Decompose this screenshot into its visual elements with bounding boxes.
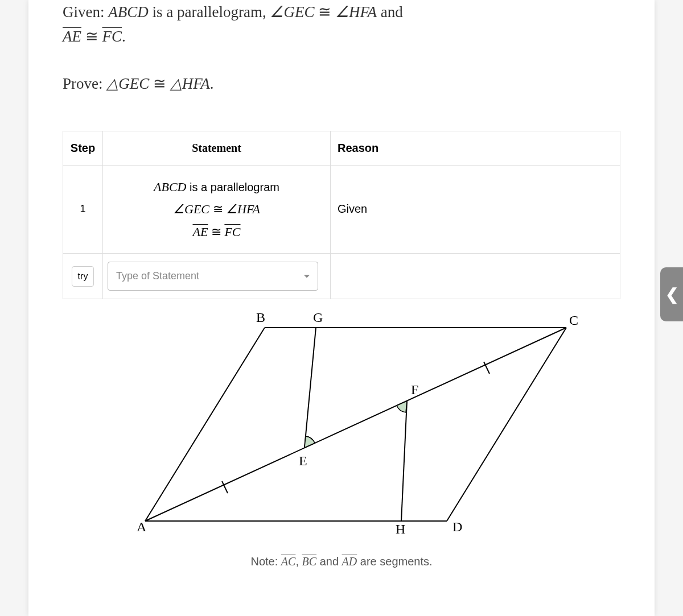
type-of-statement-dropdown[interactable]: Type of Statement bbox=[108, 262, 318, 291]
reason-cell: Given bbox=[331, 165, 620, 254]
prove-congruent: ≅ bbox=[149, 75, 170, 92]
try-button[interactable]: try bbox=[72, 266, 94, 287]
header-statement: Statement bbox=[103, 131, 331, 165]
given-abcd: ABCD bbox=[108, 3, 149, 20]
figure-note: Note: AC, BC and AD are segments. bbox=[63, 555, 620, 568]
svg-line-5 bbox=[305, 328, 316, 448]
label-b: B bbox=[256, 310, 265, 325]
label-g: G bbox=[313, 310, 323, 325]
header-step: Step bbox=[63, 131, 103, 165]
geometry-figure: A B C D E F G H Note: AC, BC and AD are … bbox=[63, 305, 620, 568]
given-statement: Given: ABCD is a parallelogram, ∠GEC ≅ ∠… bbox=[63, 0, 620, 49]
prove-statement: Prove: △GEC ≅ △HFA. bbox=[63, 72, 620, 96]
given-segment-fc: FC bbox=[102, 28, 122, 45]
label-h: H bbox=[396, 522, 405, 536]
given-and: and bbox=[377, 3, 403, 20]
header-reason: Reason bbox=[331, 131, 620, 165]
given-congruent-1: ≅ bbox=[314, 3, 335, 20]
given-congruent-2: ≅ bbox=[81, 28, 102, 45]
given-angle-hfa: ∠HFA bbox=[335, 3, 377, 20]
label-a: A bbox=[137, 519, 147, 534]
label-f: F bbox=[411, 382, 418, 397]
given-angle-gec: ∠GEC bbox=[270, 3, 314, 20]
chevron-down-icon bbox=[304, 275, 310, 278]
prove-triangle-hfa: △HFA bbox=[170, 75, 210, 92]
label-e: E bbox=[299, 453, 307, 468]
proof-table: Step Statement Reason 1 ABCD is a parall… bbox=[63, 131, 620, 300]
label-c: C bbox=[569, 313, 578, 328]
svg-line-6 bbox=[401, 401, 407, 521]
table-row: 1 ABCD is a parallelogram ∠GEC ≅ ∠HFA AE… bbox=[63, 165, 620, 254]
given-period: . bbox=[122, 28, 126, 45]
prove-prefix: Prove: bbox=[63, 75, 106, 92]
label-d: D bbox=[452, 519, 462, 534]
side-panel-tab[interactable]: ❮ bbox=[660, 267, 683, 321]
given-text1: is a parallelogram, bbox=[149, 3, 270, 20]
svg-line-4 bbox=[145, 328, 566, 521]
given-prefix: Given: bbox=[63, 3, 108, 20]
table-row: try Type of Statement bbox=[63, 254, 620, 299]
step-number: 1 bbox=[63, 165, 103, 254]
chevron-left-icon: ❮ bbox=[665, 285, 678, 304]
svg-line-0 bbox=[145, 328, 265, 521]
given-segment-ae: AE bbox=[63, 28, 81, 45]
dropdown-placeholder: Type of Statement bbox=[116, 270, 199, 282]
prove-period: . bbox=[210, 75, 214, 92]
svg-line-2 bbox=[447, 328, 566, 521]
statement-cell: ABCD is a parallelogram ∠GEC ≅ ∠HFA AE ≅… bbox=[103, 165, 331, 254]
figure-svg: A B C D E F G H bbox=[100, 305, 583, 544]
prove-triangle-gec: △GEC bbox=[106, 75, 149, 92]
